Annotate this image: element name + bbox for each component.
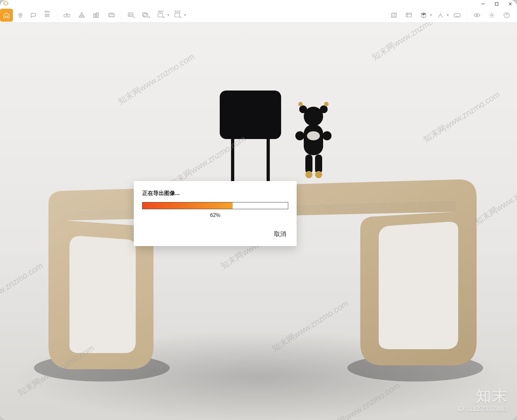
dropdown-chevron-icon[interactable]: ▾ <box>430 13 432 17</box>
svg-point-38 <box>322 131 332 140</box>
svg-point-30 <box>298 102 303 106</box>
svg-rect-12 <box>158 13 163 17</box>
export-progress-dialog: 正在导出图像... 62% 取消 <box>134 181 297 246</box>
svg-point-1 <box>20 14 21 15</box>
toolbar: BIM 360° <box>0 8 517 23</box>
svg-rect-14 <box>406 13 412 17</box>
animation-button[interactable] <box>105 9 118 22</box>
export-exe-button[interactable]: EXE <box>171 9 184 22</box>
svg-rect-13 <box>175 13 180 17</box>
cube-view-button[interactable] <box>417 9 430 22</box>
svg-point-29 <box>320 105 328 113</box>
svg-point-9 <box>129 14 130 14</box>
window-maximize-button[interactable] <box>494 2 499 6</box>
svg-point-3 <box>67 14 70 17</box>
app-logo-icon <box>3 1 8 7</box>
svg-point-37 <box>295 131 304 140</box>
buildings-button[interactable] <box>90 9 103 22</box>
svg-rect-15 <box>454 14 460 17</box>
comment-button[interactable] <box>28 9 39 22</box>
svg-rect-7 <box>109 13 114 17</box>
svg-rect-34 <box>315 155 322 173</box>
application-window: BIM 360° <box>0 0 517 420</box>
vr-headset-button[interactable] <box>451 9 464 22</box>
export-360-button[interactable]: 360° <box>154 9 167 22</box>
svg-point-16 <box>476 14 478 16</box>
dropdown-chevron-icon[interactable]: ▾ <box>184 13 186 17</box>
dropdown-chevron-icon[interactable]: ▾ <box>167 13 169 17</box>
svg-point-28 <box>299 105 307 113</box>
svg-rect-11 <box>144 14 148 17</box>
map-button[interactable] <box>387 9 400 22</box>
window-close-button[interactable] <box>508 2 512 6</box>
dropdown-chevron-icon[interactable]: ▾ <box>447 13 449 17</box>
toolbar-separator <box>57 11 57 20</box>
svg-point-35 <box>305 171 312 178</box>
label-360: 360° <box>158 10 164 13</box>
svg-rect-0 <box>495 3 498 5</box>
titlebar <box>0 0 517 8</box>
export-batch-button[interactable] <box>140 9 153 22</box>
home-button[interactable] <box>0 9 13 22</box>
toolbar-separator <box>467 11 467 20</box>
svg-point-2 <box>64 14 67 17</box>
location-pin-button[interactable] <box>15 9 26 22</box>
settings-button[interactable] <box>485 9 498 22</box>
dialog-title: 正在导出图像... <box>142 189 288 197</box>
svg-point-17 <box>491 14 493 16</box>
binoculars-button[interactable] <box>60 9 73 22</box>
toolbar-separator <box>121 11 121 20</box>
label-exe: EXE <box>175 10 181 13</box>
export-image-button[interactable] <box>125 9 138 22</box>
svg-point-31 <box>324 102 329 106</box>
svg-point-19 <box>506 16 507 17</box>
svg-rect-6 <box>96 13 98 17</box>
section-button[interactable] <box>434 9 447 22</box>
toolbar-left-group: BIM 360° <box>0 9 186 22</box>
progress-percent-label: 62% <box>142 212 288 218</box>
svg-rect-33 <box>305 155 312 173</box>
progress-bar <box>142 202 288 209</box>
toolbar-right-group: ▾ ▾ <box>387 9 513 22</box>
cancel-button[interactable]: 取消 <box>272 229 288 240</box>
svg-point-39 <box>307 131 320 140</box>
window-minimize-button[interactable] <box>481 2 485 6</box>
bim-label: BIM <box>45 10 50 13</box>
svg-point-4 <box>81 15 83 16</box>
svg-rect-24 <box>220 91 281 139</box>
progress-bar-fill <box>142 202 233 209</box>
svg-rect-10 <box>142 13 147 16</box>
triangle-3d-button[interactable] <box>75 9 88 22</box>
svg-point-36 <box>315 171 322 178</box>
help-button[interactable] <box>500 9 513 22</box>
media-library-button[interactable] <box>402 9 415 22</box>
visibility-button[interactable] <box>470 9 483 22</box>
bim-layers-button[interactable]: BIM <box>41 9 54 22</box>
